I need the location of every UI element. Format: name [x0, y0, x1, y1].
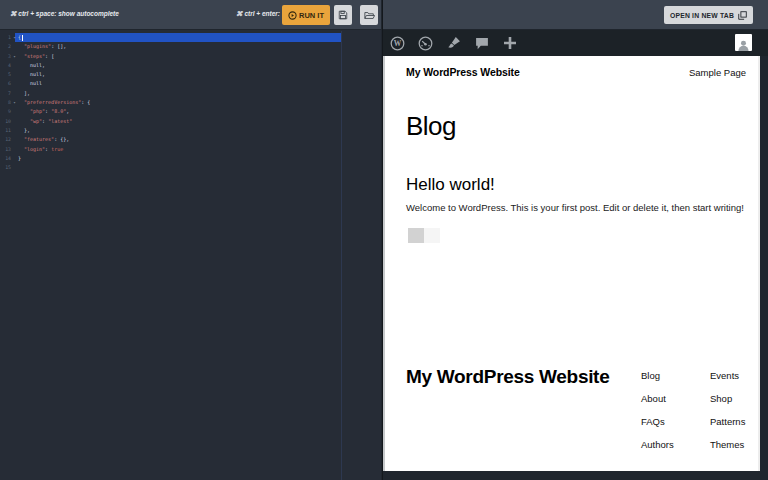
code-text: "plugins": [], — [18, 42, 66, 51]
footer-link[interactable]: About — [641, 393, 674, 416]
line-number: 1 — [0, 33, 11, 42]
code-line[interactable]: 13 "login": true — [0, 145, 381, 154]
footer-link[interactable]: FAQs — [641, 416, 674, 439]
run-button-label: RUN IT — [299, 11, 324, 20]
code-text: null, — [18, 61, 45, 70]
line-number: 14 — [0, 154, 11, 163]
code-line[interactable]: 6 null — [0, 79, 381, 88]
wordpress-logo-icon[interactable]: W — [390, 36, 405, 51]
new-tab-icon — [738, 11, 747, 20]
code-line[interactable]: 15 — [0, 163, 381, 172]
run-button[interactable]: RUN IT — [282, 5, 330, 25]
code-line[interactable]: 3▾ "steps": [ — [0, 52, 381, 61]
footer-link[interactable]: Authors — [641, 439, 674, 462]
wp-admin-bar: W — [383, 30, 768, 56]
line-number: 13 — [0, 145, 11, 154]
play-circle-icon — [288, 11, 297, 20]
code-lines: 1▾{2 "plugins": [],3▾ "steps": [4 null,5… — [0, 31, 381, 172]
save-button[interactable] — [334, 5, 352, 25]
code-text: ], — [18, 89, 30, 98]
text-cursor — [22, 35, 23, 41]
fold-arrow-icon[interactable]: ▾ — [11, 98, 18, 107]
line-number: 12 — [0, 135, 11, 144]
open-in-new-tab-button[interactable]: OPEN IN NEW TAB — [664, 6, 753, 24]
code-editor[interactable]: 1▾{2 "plugins": [],3▾ "steps": [4 null,5… — [0, 31, 381, 480]
user-avatar[interactable] — [735, 34, 752, 51]
code-text: null — [18, 79, 42, 88]
code-text: null, — [18, 70, 45, 79]
code-line[interactable]: 12 "features": {}, — [0, 135, 381, 144]
code-line[interactable]: 9 "php": "8.0", — [0, 107, 381, 116]
comments-bubble-icon[interactable] — [474, 36, 489, 51]
code-line[interactable]: 8▾ "preferredVersions": { — [0, 98, 381, 107]
code-line[interactable]: 7 ], — [0, 89, 381, 98]
footer-link[interactable]: Themes — [710, 439, 745, 462]
line-number: 8 — [0, 98, 11, 107]
code-text: }, — [18, 126, 30, 135]
footer-links-col1: BlogAboutFAQsAuthors — [641, 370, 674, 462]
code-line[interactable]: 10 "wp": "latest" — [0, 117, 381, 126]
active-line-highlight — [15, 33, 341, 42]
customizer-brush-icon[interactable] — [446, 36, 461, 51]
footer-site-title: My WordPress Website — [406, 366, 609, 388]
editor-toolbar: ⌘ ctrl + space: show autocomplete ⌘ ctrl… — [0, 0, 381, 30]
site-header: My WordPress Website Sample Page — [406, 66, 746, 78]
svg-text:W: W — [394, 39, 402, 48]
line-number: 3 — [0, 52, 11, 61]
line-number: 5 — [0, 70, 11, 79]
open-in-new-tab-label: OPEN IN NEW TAB — [670, 12, 734, 19]
code-text: "features": {}, — [18, 135, 69, 144]
autocomplete-hint: ⌘ ctrl + space: show autocomplete — [10, 10, 119, 18]
preview-panel: OPEN IN NEW TAB W — [382, 0, 768, 480]
line-number: 2 — [0, 42, 11, 51]
code-line[interactable]: 2 "plugins": [], — [0, 42, 381, 51]
folder-open-icon — [364, 11, 375, 20]
code-text: "preferredVersions": { — [18, 98, 90, 107]
dashboard-gauge-icon[interactable] — [418, 36, 433, 51]
post-title-link[interactable]: Hello world! — [406, 175, 495, 195]
person-silhouette-icon — [737, 40, 750, 51]
code-text: "login": true — [18, 145, 63, 154]
code-line[interactable]: 14} — [0, 154, 381, 163]
floppy-disk-icon — [338, 10, 348, 20]
site-preview: My WordPress Website Sample Page Blog He… — [383, 56, 760, 471]
code-line[interactable]: 11 }, — [0, 126, 381, 135]
footer-link[interactable]: Shop — [710, 393, 745, 416]
fold-arrow-icon[interactable]: ▾ — [11, 33, 18, 42]
editor-right-ruler — [341, 31, 342, 480]
image-placeholder — [424, 228, 440, 243]
line-number: 10 — [0, 117, 11, 126]
code-text: "wp": "latest" — [18, 117, 72, 126]
line-number: 7 — [0, 89, 11, 98]
nav-link-sample-page[interactable]: Sample Page — [689, 67, 746, 78]
image-placeholder — [408, 228, 424, 243]
editor-panel: ⌘ ctrl + space: show autocomplete ⌘ ctrl… — [0, 0, 381, 480]
code-line[interactable]: 5 null, — [0, 70, 381, 79]
footer-link[interactable]: Blog — [641, 370, 674, 393]
code-line[interactable]: 1▾{ — [0, 33, 381, 42]
site-title-link[interactable]: My WordPress Website — [406, 66, 520, 78]
page-heading: Blog — [406, 111, 456, 142]
code-text: "php": "8.0", — [18, 107, 69, 116]
code-text: { — [18, 33, 23, 42]
footer-link[interactable]: Events — [710, 370, 745, 393]
line-number: 9 — [0, 107, 11, 116]
fold-arrow-icon[interactable]: ▾ — [11, 52, 18, 61]
line-number: 6 — [0, 79, 11, 88]
code-line[interactable]: 4 null, — [0, 61, 381, 70]
footer-links-col2: EventsShopPatternsThemes — [710, 370, 745, 462]
add-new-plus-icon[interactable] — [502, 36, 517, 51]
code-text: } — [18, 154, 21, 163]
line-number: 15 — [0, 163, 11, 172]
preview-toolbar: OPEN IN NEW TAB — [383, 0, 768, 30]
open-file-button[interactable] — [360, 5, 378, 25]
line-number: 11 — [0, 126, 11, 135]
run-shortcut-hint: ⌘ ctrl + enter: — [236, 10, 280, 18]
line-number: 4 — [0, 61, 11, 70]
post-meta-placeholders — [408, 228, 440, 243]
code-text: "steps": [ — [18, 52, 54, 61]
footer-link[interactable]: Patterns — [710, 416, 745, 439]
post-excerpt: Welcome to WordPress. This is your first… — [406, 202, 744, 213]
